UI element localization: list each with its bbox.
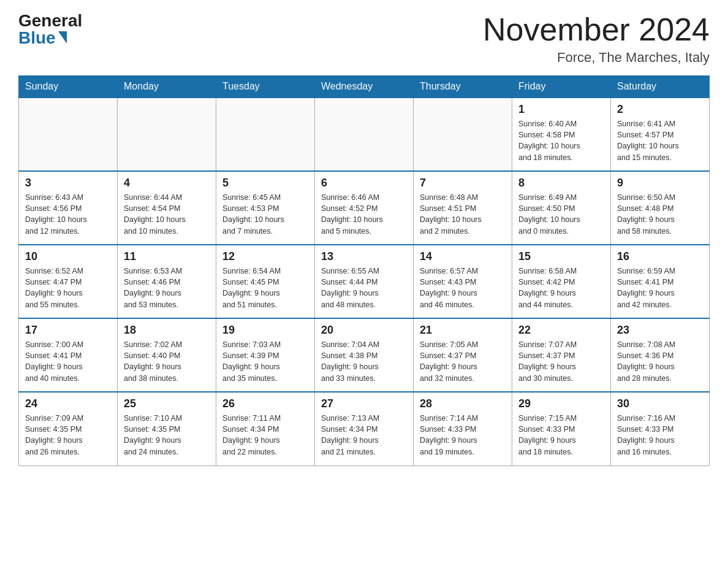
day-info: Sunrise: 7:02 AM Sunset: 4:40 PM Dayligh… [124, 339, 210, 384]
day-info: Sunrise: 6:57 AM Sunset: 4:43 PM Dayligh… [420, 266, 506, 310]
day-info: Sunrise: 7:13 AM Sunset: 4:34 PM Dayligh… [321, 413, 407, 458]
day-number: 21 [420, 324, 506, 337]
day-number: 6 [321, 177, 407, 190]
calendar-cell: 6Sunrise: 6:46 AM Sunset: 4:52 PM Daylig… [315, 171, 414, 245]
logo-blue-text: Blue [18, 29, 56, 47]
day-number: 30 [617, 397, 703, 410]
day-info: Sunrise: 6:55 AM Sunset: 4:44 PM Dayligh… [321, 266, 407, 310]
calendar-cell: 12Sunrise: 6:54 AM Sunset: 4:45 PM Dayli… [216, 245, 315, 318]
day-info: Sunrise: 6:45 AM Sunset: 4:53 PM Dayligh… [222, 192, 308, 237]
month-title: November 2024 [483, 12, 710, 47]
day-info: Sunrise: 6:41 AM Sunset: 4:57 PM Dayligh… [617, 118, 703, 163]
day-info: Sunrise: 7:09 AM Sunset: 4:35 PM Dayligh… [25, 413, 111, 458]
day-number: 4 [124, 177, 210, 190]
calendar-cell: 5Sunrise: 6:45 AM Sunset: 4:53 PM Daylig… [216, 171, 315, 245]
day-info: Sunrise: 6:54 AM Sunset: 4:45 PM Dayligh… [222, 266, 308, 310]
calendar-cell [216, 98, 315, 171]
day-number: 25 [124, 397, 210, 410]
day-number: 8 [518, 177, 604, 190]
calendar-cell: 21Sunrise: 7:05 AM Sunset: 4:37 PM Dayli… [414, 318, 512, 392]
weekday-header-sunday: Sunday [19, 76, 118, 98]
calendar-cell: 1Sunrise: 6:40 AM Sunset: 4:58 PM Daylig… [512, 98, 611, 171]
day-info: Sunrise: 6:50 AM Sunset: 4:48 PM Dayligh… [617, 192, 703, 237]
week-row-1: 1Sunrise: 6:40 AM Sunset: 4:58 PM Daylig… [19, 98, 710, 171]
day-number: 29 [518, 397, 604, 410]
day-info: Sunrise: 7:11 AM Sunset: 4:34 PM Dayligh… [222, 413, 308, 458]
day-number: 5 [222, 177, 308, 190]
calendar-table: SundayMondayTuesdayWednesdayThursdayFrid… [18, 75, 710, 466]
weekday-header-friday: Friday [512, 76, 611, 98]
day-info: Sunrise: 6:53 AM Sunset: 4:46 PM Dayligh… [124, 266, 210, 310]
day-number: 19 [222, 324, 308, 337]
day-info: Sunrise: 7:03 AM Sunset: 4:39 PM Dayligh… [222, 339, 308, 384]
day-info: Sunrise: 7:16 AM Sunset: 4:33 PM Dayligh… [617, 413, 703, 458]
day-number: 28 [420, 397, 506, 410]
day-number: 7 [420, 177, 506, 190]
weekday-header-saturday: Saturday [611, 76, 710, 98]
day-info: Sunrise: 6:49 AM Sunset: 4:50 PM Dayligh… [518, 192, 604, 237]
day-info: Sunrise: 6:43 AM Sunset: 4:56 PM Dayligh… [25, 192, 111, 237]
day-info: Sunrise: 6:40 AM Sunset: 4:58 PM Dayligh… [518, 118, 604, 163]
calendar-cell: 8Sunrise: 6:49 AM Sunset: 4:50 PM Daylig… [512, 171, 611, 245]
calendar-cell: 25Sunrise: 7:10 AM Sunset: 4:35 PM Dayli… [118, 392, 216, 465]
day-number: 1 [518, 103, 604, 116]
calendar-cell: 10Sunrise: 6:52 AM Sunset: 4:47 PM Dayli… [19, 245, 118, 318]
page-header: General Blue November 2024 Force, The Ma… [18, 12, 710, 66]
logo: General Blue [18, 12, 82, 47]
calendar-cell: 13Sunrise: 6:55 AM Sunset: 4:44 PM Dayli… [315, 245, 414, 318]
weekday-header-thursday: Thursday [414, 76, 512, 98]
day-info: Sunrise: 7:00 AM Sunset: 4:41 PM Dayligh… [25, 339, 111, 384]
calendar-cell: 11Sunrise: 6:53 AM Sunset: 4:46 PM Dayli… [118, 245, 216, 318]
calendar-cell: 16Sunrise: 6:59 AM Sunset: 4:41 PM Dayli… [611, 245, 710, 318]
calendar-cell: 4Sunrise: 6:44 AM Sunset: 4:54 PM Daylig… [118, 171, 216, 245]
week-row-5: 24Sunrise: 7:09 AM Sunset: 4:35 PM Dayli… [19, 392, 710, 465]
calendar-cell: 9Sunrise: 6:50 AM Sunset: 4:48 PM Daylig… [611, 171, 710, 245]
calendar-cell: 28Sunrise: 7:14 AM Sunset: 4:33 PM Dayli… [414, 392, 512, 465]
day-number: 13 [321, 250, 407, 263]
calendar-cell: 20Sunrise: 7:04 AM Sunset: 4:38 PM Dayli… [315, 318, 414, 392]
day-info: Sunrise: 7:07 AM Sunset: 4:37 PM Dayligh… [518, 339, 604, 384]
day-number: 3 [25, 177, 111, 190]
calendar-cell: 23Sunrise: 7:08 AM Sunset: 4:36 PM Dayli… [611, 318, 710, 392]
calendar-cell: 2Sunrise: 6:41 AM Sunset: 4:57 PM Daylig… [611, 98, 710, 171]
weekday-header-monday: Monday [118, 76, 216, 98]
week-row-3: 10Sunrise: 6:52 AM Sunset: 4:47 PM Dayli… [19, 245, 710, 318]
day-info: Sunrise: 7:05 AM Sunset: 4:37 PM Dayligh… [420, 339, 506, 384]
calendar-cell: 3Sunrise: 6:43 AM Sunset: 4:56 PM Daylig… [19, 171, 118, 245]
day-info: Sunrise: 6:44 AM Sunset: 4:54 PM Dayligh… [124, 192, 210, 237]
calendar-cell: 26Sunrise: 7:11 AM Sunset: 4:34 PM Dayli… [216, 392, 315, 465]
day-number: 26 [222, 397, 308, 410]
day-number: 27 [321, 397, 407, 410]
day-info: Sunrise: 7:08 AM Sunset: 4:36 PM Dayligh… [617, 339, 703, 384]
location-text: Force, The Marches, Italy [483, 50, 710, 66]
calendar-cell: 22Sunrise: 7:07 AM Sunset: 4:37 PM Dayli… [512, 318, 611, 392]
day-info: Sunrise: 6:46 AM Sunset: 4:52 PM Dayligh… [321, 192, 407, 237]
day-info: Sunrise: 6:59 AM Sunset: 4:41 PM Dayligh… [617, 266, 703, 310]
logo-triangle-icon [58, 31, 67, 44]
calendar-cell: 24Sunrise: 7:09 AM Sunset: 4:35 PM Dayli… [19, 392, 118, 465]
week-row-2: 3Sunrise: 6:43 AM Sunset: 4:56 PM Daylig… [19, 171, 710, 245]
calendar-cell [315, 98, 414, 171]
calendar-cell [414, 98, 512, 171]
calendar-cell: 30Sunrise: 7:16 AM Sunset: 4:33 PM Dayli… [611, 392, 710, 465]
calendar-cell: 27Sunrise: 7:13 AM Sunset: 4:34 PM Dayli… [315, 392, 414, 465]
logo-general-text: General [18, 12, 82, 29]
calendar-cell [19, 98, 118, 171]
calendar-cell: 29Sunrise: 7:15 AM Sunset: 4:33 PM Dayli… [512, 392, 611, 465]
week-row-4: 17Sunrise: 7:00 AM Sunset: 4:41 PM Dayli… [19, 318, 710, 392]
day-info: Sunrise: 7:14 AM Sunset: 4:33 PM Dayligh… [420, 413, 506, 458]
day-number: 23 [617, 324, 703, 337]
day-number: 12 [222, 250, 308, 263]
day-number: 17 [25, 324, 111, 337]
title-block: November 2024 Force, The Marches, Italy [483, 12, 710, 66]
weekday-header-tuesday: Tuesday [216, 76, 315, 98]
day-info: Sunrise: 6:52 AM Sunset: 4:47 PM Dayligh… [25, 266, 111, 310]
calendar-cell: 7Sunrise: 6:48 AM Sunset: 4:51 PM Daylig… [414, 171, 512, 245]
day-info: Sunrise: 7:15 AM Sunset: 4:33 PM Dayligh… [518, 413, 604, 458]
day-info: Sunrise: 7:10 AM Sunset: 4:35 PM Dayligh… [124, 413, 210, 458]
day-info: Sunrise: 7:04 AM Sunset: 4:38 PM Dayligh… [321, 339, 407, 384]
weekday-header-row: SundayMondayTuesdayWednesdayThursdayFrid… [19, 76, 710, 98]
day-number: 11 [124, 250, 210, 263]
day-number: 9 [617, 177, 703, 190]
day-number: 15 [518, 250, 604, 263]
